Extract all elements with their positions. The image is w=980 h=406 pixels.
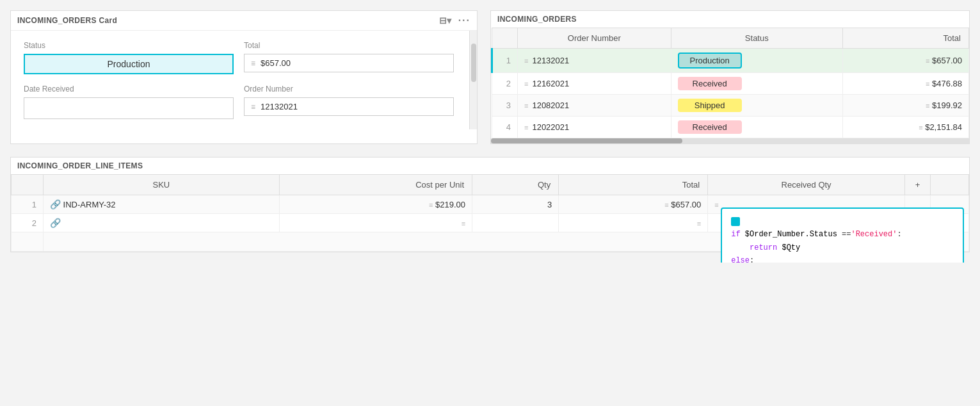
col-order-number: Order Number — [518, 28, 671, 49]
total-cell: ≡ $476.88 — [842, 73, 968, 95]
date-received-field: Date Received — [24, 85, 234, 119]
status-badge-production: Production — [678, 53, 742, 69]
line-items-section: INCOMING_ORDER_LINE_ITEMS SKU Cost per U… — [10, 157, 970, 252]
col-cost: Cost per Unit — [279, 175, 472, 195]
status-field: Status Production — [24, 41, 234, 74]
sku-cell: 🔗 — [44, 214, 280, 232]
row-num: 1 — [492, 49, 518, 73]
col-sku: SKU — [44, 175, 280, 195]
code-line-3: else: — [731, 254, 954, 263]
col-total: Total — [559, 175, 708, 195]
line-items-title: INCOMING_ORDER_LINE_ITEMS — [11, 158, 969, 174]
eq-icon: ≡ — [524, 124, 528, 131]
col-received-qty: Received Qty — [708, 175, 905, 195]
qty-cell: 3 — [472, 195, 559, 214]
order-number-label: Order Number — [244, 85, 454, 93]
order-number-field: Order Number ≡ 12132021 — [244, 85, 454, 119]
total-label: Total — [244, 41, 454, 50]
incoming-orders-table: Order Number Status Total 1 ≡ 12132021 — [491, 28, 969, 138]
row-num: 2 — [492, 73, 518, 95]
status-badge-shipped: Shipped — [678, 99, 742, 112]
col-num — [492, 28, 518, 49]
incoming-orders-card: INCOMING_ORDERS Card ⊟▾ ··· Status Produ… — [10, 10, 478, 144]
card-title: INCOMING_ORDERS Card — [17, 16, 117, 25]
scrollbar-thumb — [471, 44, 476, 82]
sku-cell: 🔗 IND-ARMY-32 — [44, 195, 280, 214]
col-qty: Qty — [472, 175, 559, 195]
cost-cell: ≡ $219.00 — [279, 195, 472, 214]
col-total: Total — [842, 28, 968, 49]
filter-icon[interactable]: ⊟▾ — [439, 15, 452, 26]
order-number-cell: ≡ 12022021 — [518, 117, 671, 138]
order-number-eq-icon: ≡ — [251, 102, 255, 111]
total-input[interactable]: ≡ $657.00 — [244, 54, 454, 72]
card-scrollbar[interactable] — [469, 31, 477, 129]
date-received-input[interactable] — [24, 97, 234, 119]
status-cell: Received — [671, 73, 842, 95]
eq-icon: ≡ — [524, 102, 528, 110]
card-header-actions: ⊟▾ ··· — [439, 15, 470, 26]
scrollbar-h-thumb — [491, 138, 682, 143]
link-icon-2: 🔗 — [50, 218, 61, 228]
eq-icon: ≡ — [524, 57, 528, 65]
total-cell: ≡ $2,151.84 — [842, 117, 968, 138]
row-num: 2 — [12, 214, 44, 232]
line-items-table-container: SKU Cost per Unit Qty Total Received Qty… — [11, 174, 969, 252]
table-row: 1 ≡ 12132021 Production ≡ $657.00 — [492, 49, 969, 73]
empty-num — [12, 232, 44, 252]
status-input[interactable]: Production — [24, 54, 234, 74]
card-header: INCOMING_ORDERS Card ⊟▾ ··· — [11, 11, 477, 30]
row-num: 3 — [492, 95, 518, 117]
status-cell: Production — [671, 49, 842, 73]
table-row: 4 ≡ 12022021 Received ≡ $2,151.84 — [492, 117, 969, 138]
date-received-label: Date Received — [24, 85, 234, 93]
table-title: INCOMING_ORDERS — [491, 11, 969, 28]
qty-cell — [472, 214, 559, 232]
line-items-table: SKU Cost per Unit Qty Total Received Qty… — [11, 174, 969, 252]
total-eq-icon: ≡ — [251, 59, 255, 68]
total-cell: ≡ $657.00 — [842, 49, 968, 73]
received-qty-cell-with-popup: if $Order_Number.Status =='Received': re… — [708, 214, 905, 232]
status-cell: Shipped — [671, 95, 842, 117]
col-extra — [931, 175, 969, 195]
col-status: Status — [671, 28, 842, 49]
code-line-2: return $Qty — [731, 241, 954, 254]
form-grid: Status Production Total ≡ $657.00 Date R… — [24, 41, 464, 119]
total-cell: ≡ — [559, 214, 708, 232]
link-icon: 🔗 — [50, 199, 61, 209]
status-badge-received-2: Received — [678, 120, 742, 134]
col-num — [12, 175, 44, 195]
line-item-row: 2 🔗 ≡ ≡ if $Order_Number.Status ==' — [12, 214, 969, 232]
total-cell: ≡ $199.92 — [842, 95, 968, 117]
horizontal-scrollbar[interactable] — [491, 138, 969, 143]
more-icon[interactable]: ··· — [458, 15, 470, 26]
total-field: Total ≡ $657.00 — [244, 41, 454, 74]
table-row: 2 ≡ 12162021 Received ≡ $476.88 — [492, 73, 969, 95]
total-cell: ≡ $657.00 — [559, 195, 708, 214]
code-green-icon — [731, 217, 740, 226]
code-popup[interactable]: if $Order_Number.Status =='Received': re… — [721, 207, 964, 263]
status-badge-received: Received — [678, 77, 742, 90]
col-plus: + — [905, 175, 931, 195]
order-number-cell: ≡ 12082021 — [518, 95, 671, 117]
status-label: Status — [24, 41, 234, 50]
row-num: 1 — [12, 195, 44, 214]
cost-cell: ≡ — [279, 214, 472, 232]
table-row: 3 ≡ 12082021 Shipped ≡ $199.92 — [492, 95, 969, 117]
card-body: Status Production Total ≡ $657.00 Date R… — [11, 30, 477, 129]
code-line-1: if $Order_Number.Status =='Received': — [731, 228, 954, 241]
status-cell: Received — [671, 117, 842, 138]
row-num: 4 — [492, 117, 518, 138]
order-number-cell: ≡ 12162021 — [518, 73, 671, 95]
eq-icon: ≡ — [524, 80, 528, 88]
incoming-orders-table-section: INCOMING_ORDERS Order Number Status Tota… — [490, 10, 970, 144]
order-number-input[interactable]: ≡ 12132021 — [244, 97, 454, 116]
order-number-cell: ≡ 12132021 — [518, 49, 671, 73]
